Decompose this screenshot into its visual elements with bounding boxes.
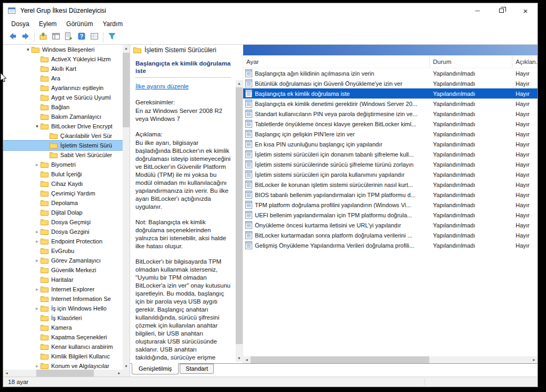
scroll-down-icon[interactable]: ▾ <box>236 355 243 362</box>
tree-vscroll-thumb[interactable] <box>123 53 130 127</box>
tab-genisletilmis[interactable]: Genişletilmiş <box>132 363 179 374</box>
list-row[interactable]: BitLocker kurtarmadan sonra platform doğ… <box>243 230 537 240</box>
tree-item[interactable]: Çevrimiçi Yardım <box>3 189 123 198</box>
tree-item[interactable]: Kapatma Seçenekleri <box>3 332 123 342</box>
export-list-button[interactable] <box>62 31 75 43</box>
scroll-left-icon[interactable]: ◂ <box>3 370 10 377</box>
chevron-down-icon[interactable]: ▾ <box>25 47 31 52</box>
chevron-right-icon[interactable]: ▸ <box>34 306 41 311</box>
tree-vertical-scrollbar[interactable]: ▴ ▾ <box>123 45 130 370</box>
show-console-tree-button[interactable] <box>50 31 62 43</box>
close-button[interactable]: × <box>513 3 537 18</box>
tab-standart[interactable]: Standart <box>180 364 214 374</box>
chevron-down-icon[interactable]: ▾ <box>34 124 41 129</box>
tree-item[interactable]: Kenar kullanıcı arabirim <box>3 342 123 352</box>
tree-item[interactable]: İşletim Sistemi Sürü <box>3 141 123 150</box>
column-header-aciklama[interactable]: Açıklan... <box>512 55 537 68</box>
tree-item[interactable]: Ara <box>3 74 123 83</box>
list-row[interactable]: Standart kullanıcıların PIN veya parola … <box>243 109 537 119</box>
scroll-right-icon[interactable]: ▸ <box>531 356 537 363</box>
menu-gorunum[interactable]: Görünüm <box>61 19 98 29</box>
tree-item[interactable]: ▸Konum ve Algılayıcılar <box>3 361 123 370</box>
tree-item[interactable]: Kimlik Bilgileri Kullanıc <box>3 352 123 361</box>
forward-button[interactable] <box>19 31 32 43</box>
scroll-down-icon[interactable]: ▾ <box>123 363 130 370</box>
tree-item[interactable]: ▸Internet Explorer <box>3 284 123 294</box>
list-row[interactable]: Gelişmiş Önyükleme Yapılandırma Verileri… <box>243 240 537 250</box>
filter-button[interactable] <box>106 31 118 43</box>
tree-item[interactable]: Dijital Dolap <box>3 208 123 217</box>
list-row[interactable]: İşletim sistemi sürücülerinde sürücü şif… <box>243 159 537 169</box>
column-header-durum[interactable]: Durum <box>430 55 512 68</box>
tree-item[interactable]: Bulut İçeriği <box>3 169 123 179</box>
tree-item[interactable]: EvGrubu <box>3 246 123 256</box>
back-button[interactable] <box>6 31 19 43</box>
minimize-button[interactable]: ─ <box>465 3 489 18</box>
tree-item[interactable]: Ayarlarınızı eşitleyin <box>3 83 123 93</box>
chevron-right-icon[interactable]: ▸ <box>34 258 41 263</box>
chevron-right-icon[interactable]: ▸ <box>34 229 41 234</box>
tree-item[interactable]: ▾Windows Bileşenleri <box>3 45 123 54</box>
tree-item[interactable]: Bağlan <box>3 102 123 112</box>
list-hscroll-thumb[interactable] <box>251 356 429 363</box>
menu-eylem[interactable]: Eylem <box>34 19 61 29</box>
chevron-right-icon[interactable]: ▸ <box>34 162 41 167</box>
tree-item[interactable]: Bakım Zamanlayıcı <box>3 112 123 121</box>
scroll-right-icon[interactable]: ▸ <box>116 370 123 377</box>
column-header-ayar[interactable]: Ayar <box>243 55 430 68</box>
tree-item[interactable]: ▾BitLocker Drive Encrypt <box>3 121 123 131</box>
scroll-left-icon[interactable]: ◂ <box>243 356 250 363</box>
tree-item[interactable]: Akıllı Kart <box>3 64 123 74</box>
list-row[interactable]: Önyükleme öncesi kurtarma iletisini ve U… <box>243 220 537 230</box>
tree-item[interactable]: Sabit Veri Sürücüler <box>3 150 123 160</box>
tree-item[interactable]: Güvenlik Merkezi <box>3 265 123 275</box>
tree-item[interactable]: ▸Biyometri <box>3 160 123 169</box>
list-row[interactable]: İşletim sistemi sürücüleri için donanım … <box>243 149 537 159</box>
list-horizontal-scrollbar[interactable]: ◂ ▸ <box>243 356 537 363</box>
up-one-level-button[interactable] <box>37 31 50 43</box>
list-row[interactable]: TPM platform doğrulama profilini yapılan… <box>243 200 537 210</box>
tree-item[interactable]: ActiveX Yükleyici Hizm <box>3 54 123 64</box>
up-icon <box>39 32 47 43</box>
list-row[interactable]: Başlangıçta ağın kilidinin açılmasına iz… <box>243 68 537 78</box>
tree-item[interactable]: Depolama <box>3 198 123 208</box>
scroll-up-icon[interactable]: ▴ <box>123 45 130 52</box>
tree-item[interactable]: ▸İş için Windows Hello <box>3 304 123 313</box>
menu-yardim[interactable]: Yardım <box>98 19 127 29</box>
chevron-right-icon[interactable]: ▸ <box>34 287 41 292</box>
tree-item[interactable]: Haritalar <box>3 275 123 284</box>
tree-item[interactable]: Kamera <box>3 323 123 332</box>
tree-item[interactable]: Cihaz Kaydı <box>3 179 123 189</box>
tree-item[interactable]: ▸Endpoint Protection <box>3 236 123 246</box>
restore-button[interactable] <box>489 3 513 18</box>
description-scroll-thumb[interactable] <box>236 87 243 344</box>
list-row[interactable]: Başlangıç için gelişkin PIN'lere izin ve… <box>243 129 537 139</box>
list-row[interactable]: En kısa PIN uzunluğunu başlangıç için ya… <box>243 139 537 149</box>
edit-policy-link[interactable]: İlke ayarını düzenle <box>135 83 189 91</box>
list-row[interactable]: Tabletlerde önyükleme öncesi klavye gere… <box>243 119 537 129</box>
list-row[interactable]: Başlangıçta ek kimlik denetimi gerektiri… <box>243 99 537 109</box>
tree-item[interactable]: ▸Görev Zamanlayıcı <box>3 256 123 265</box>
tree-hscroll-thumb[interactable] <box>36 370 94 377</box>
tree-item[interactable]: İş Klasörleri <box>3 313 123 323</box>
chevron-right-icon[interactable]: ▸ <box>34 239 41 244</box>
chevron-right-icon[interactable]: ▸ <box>34 363 41 369</box>
list-row[interactable]: BIOS tabanlı bellenim yapılandırmaları i… <box>243 190 537 200</box>
scroll-up-icon[interactable]: ▴ <box>236 80 243 87</box>
list-row[interactable]: Başlangıçta ek kimlik doğrulama isteYapı… <box>243 88 537 99</box>
description-scrollbar[interactable]: ▴ ▾ <box>236 80 243 362</box>
pane-header-left: İşletim Sistemi Sürücüleri <box>130 45 243 55</box>
tree-item[interactable]: Dosya Geçmişi <box>3 217 123 227</box>
list-row[interactable]: İşletim sistemi sürücüleri için parola k… <box>243 169 537 179</box>
list-row[interactable]: UEFI bellenim yapılandırmaları için TPM … <box>243 210 537 220</box>
tree-horizontal-scrollbar[interactable]: ◂ ▸ <box>3 370 123 377</box>
list-row[interactable]: Bütünlük doğrulaması için Güvenli Önyükl… <box>243 78 537 88</box>
menu-dosya[interactable]: Dosya <box>6 19 34 29</box>
help-button[interactable]: ? <box>75 31 88 43</box>
extended-view-button[interactable] <box>88 31 101 43</box>
tree-item[interactable]: Çıkarılabilir Veri Sür <box>3 131 123 141</box>
list-row[interactable]: BitLocker ile korunan işletim sistemi sü… <box>243 179 537 190</box>
tree-item[interactable]: Internet Information Se <box>3 294 123 304</box>
tree-item[interactable]: Aygıt ve Sürücü Uyuml <box>3 93 123 102</box>
tree-item[interactable]: ▸Dosya Gezgini <box>3 227 123 236</box>
